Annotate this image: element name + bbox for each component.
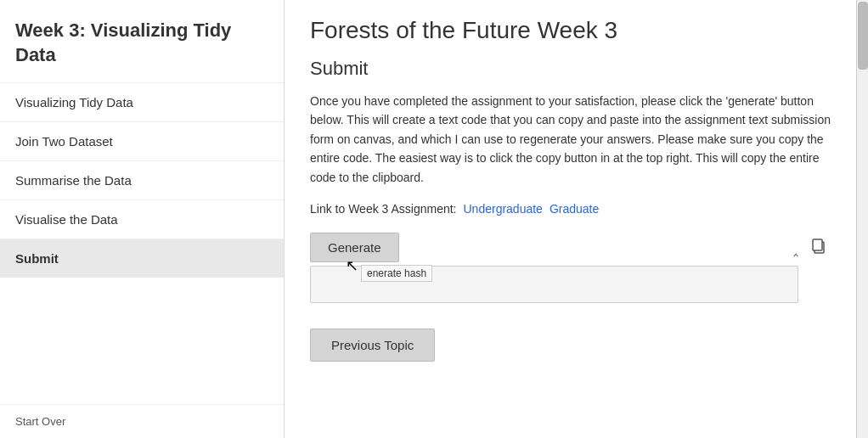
link-label: Link to Week 3 Assignment: [310, 202, 457, 216]
description-text: Once you have completed the assignment t… [310, 92, 831, 187]
sidebar-item-label: Submit [15, 251, 59, 266]
sidebar-item-visualise-the-data[interactable]: Visualise the Data [0, 199, 284, 239]
svg-rect-1 [813, 239, 822, 250]
sidebar-item-join-two-dataset[interactable]: Join Two Dataset [0, 121, 284, 160]
sidebar-item-label: Join Two Dataset [15, 134, 113, 149]
textarea-icons: ‸ [790, 233, 831, 261]
sidebar-item-summarise-the-data[interactable]: Summarise the Data [0, 160, 284, 199]
sidebar-item-label: Summarise the Data [15, 173, 132, 188]
sidebar: Week 3: Visualizing Tidy Data Visualizin… [0, 0, 285, 438]
copy-icon[interactable] [807, 236, 831, 261]
output-text-box [310, 266, 798, 303]
assignment-link-row: Link to Week 3 Assignment: Undergraduate… [310, 202, 831, 216]
previous-topic-button[interactable]: Previous Topic [310, 328, 435, 362]
sidebar-nav: Visualizing Tidy Data Join Two Dataset S… [0, 82, 284, 404]
section-title: Submit [310, 58, 831, 80]
cursor-text-icon[interactable]: ‸ [790, 237, 802, 259]
sidebar-title: Week 3: Visualizing Tidy Data [0, 8, 284, 82]
generate-row: Generate ↖ enerate hash ‸ [310, 233, 831, 262]
page-title: Forests of the Future Week 3 [310, 17, 831, 44]
generate-button[interactable]: Generate [310, 233, 399, 262]
graduate-link[interactable]: Graduate [550, 202, 599, 216]
scrollbar-track[interactable] [856, 0, 868, 438]
scrollbar-thumb[interactable] [858, 2, 868, 70]
generate-area: Generate ↖ enerate hash ‸ [310, 233, 831, 303]
sidebar-item-label: Visualise the Data [15, 212, 118, 227]
sidebar-item-label: Visualizing Tidy Data [15, 95, 133, 110]
undergraduate-link[interactable]: Undergraduate [464, 202, 543, 216]
sidebar-item-visualizing-tidy-data[interactable]: Visualizing Tidy Data [0, 82, 284, 121]
bottom-nav: Previous Topic [310, 328, 831, 362]
sidebar-item-submit[interactable]: Submit [0, 239, 284, 278]
start-over-link[interactable]: Start Over [0, 404, 284, 438]
main-content: Forests of the Future Week 3 Submit Once… [285, 0, 868, 438]
